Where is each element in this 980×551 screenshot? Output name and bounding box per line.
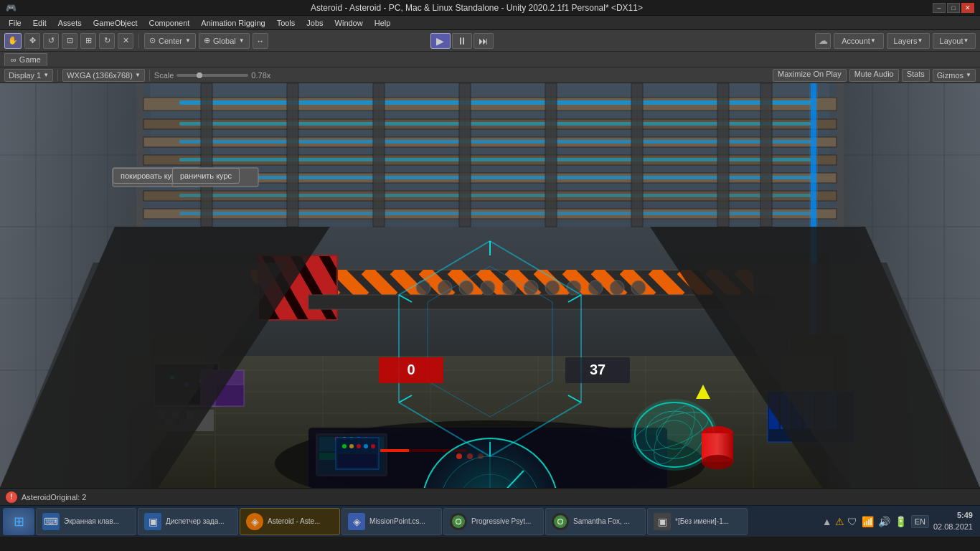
move-tool-button[interactable]: ✥ — [24, 33, 40, 49]
menu-component[interactable]: Component — [143, 17, 195, 29]
custom-tool-button[interactable]: ✕ — [118, 33, 133, 49]
notify-area: ▲ ⚠ 🛡 — [822, 516, 857, 527]
game-view: 0 37 — [0, 83, 980, 488]
scale-tool-button[interactable]: ⊡ — [62, 33, 77, 49]
vscode-label: MissionPoint.cs... — [369, 517, 425, 525]
rect-tool-button[interactable]: ⊞ — [80, 33, 96, 49]
pivot-chevron-icon: ▼ — [185, 37, 191, 44]
maximize-button[interactable]: □ — [947, 3, 960, 13]
volume-icon[interactable]: 🔊 — [878, 516, 890, 527]
taskbar-item-keyboard[interactable]: ⌨ Экранная клав... — [36, 508, 136, 535]
resolution-dropdown[interactable]: WXGA (980x551) ▼ — [62, 69, 145, 82]
taskbar-item-taskmgr[interactable]: ▣ Диспетчер зада... — [138, 508, 238, 535]
battery-icon: 🔋 — [895, 516, 907, 527]
layout-chevron-icon: ▼ — [963, 37, 969, 44]
svg-point-185 — [364, 444, 368, 448]
language-button[interactable]: EN — [911, 515, 929, 528]
svg-text:37: 37 — [590, 362, 606, 377]
menu-tools[interactable]: Tools — [271, 17, 301, 29]
hand-tool-button[interactable]: ✋ — [4, 33, 22, 49]
transform-tool-button[interactable]: ↻ — [99, 33, 115, 49]
game-tab-bar: ∞ Game — [0, 52, 980, 67]
mute-audio-button[interactable]: Mute Audio — [849, 69, 899, 82]
menu-bar: File Edit Assets GameObject Component An… — [0, 16, 980, 30]
menu-file[interactable]: File — [3, 17, 27, 29]
game-tab[interactable]: ∞ Game — [4, 53, 47, 66]
toolbar-right: ☁ Account ▼ Layers ▼ Layout ▼ — [815, 33, 976, 49]
snap-button[interactable]: ↔ — [253, 33, 268, 49]
svg-rect-33 — [201, 83, 212, 227]
taskbar-item-notepad[interactable]: ▣ *[Без имени]-1... — [647, 508, 748, 535]
clock[interactable]: 5:49 02.08.2021 — [933, 510, 973, 532]
menu-edit[interactable]: Edit — [27, 17, 52, 29]
space-icon: ⊕ — [204, 36, 210, 45]
minimize-button[interactable]: – — [933, 3, 946, 13]
taskmgr-icon: ▣ — [144, 513, 161, 530]
play-controls: ▶ ⏸ ⏭ — [430, 33, 494, 49]
game-tab-icon: ∞ — [11, 55, 17, 64]
account-button[interactable]: Account ▼ — [834, 33, 884, 49]
rotate-tool-button[interactable]: ↺ — [43, 33, 59, 49]
menu-gameobject[interactable]: GameObject — [88, 17, 143, 29]
chrome1-icon — [450, 513, 467, 530]
maximize-on-play-button[interactable]: Maximize On Play — [773, 69, 847, 82]
play-button[interactable]: ▶ — [430, 33, 451, 49]
start-button[interactable]: ⊞ — [3, 508, 34, 535]
space-dropdown[interactable]: ⊕ Global ▼ — [199, 33, 250, 49]
tray-expand-icon[interactable]: ▲ — [822, 516, 832, 527]
account-label: Account — [842, 37, 870, 45]
display-dropdown[interactable]: Display 1 ▼ — [4, 69, 53, 82]
menu-help[interactable]: Help — [369, 17, 397, 29]
taskbar-item-vscode[interactable]: ◈ MissionPoint.cs... — [341, 508, 442, 535]
close-button[interactable]: ✕ — [961, 3, 974, 13]
keyboard-app-icon: ⌨ — [42, 513, 60, 530]
gt-sep-2 — [149, 70, 150, 81]
svg-rect-32 — [143, 83, 837, 227]
account-chevron-icon: ▼ — [870, 37, 876, 44]
vscode-icon: ◈ — [348, 513, 365, 530]
menu-animation-rigging[interactable]: Animation Rigging — [195, 17, 270, 29]
svg-point-189 — [456, 519, 461, 524]
menu-assets[interactable]: Assets — [52, 17, 88, 29]
svg-point-192 — [558, 519, 562, 524]
keyboard-app-label: Экранная клав... — [64, 517, 119, 525]
taskbar-item-unity[interactable]: ◈ Asteroid - Aste... — [240, 508, 340, 535]
layout-button[interactable]: Layout ▼ — [933, 33, 976, 49]
collab-button[interactable]: ☁ — [815, 33, 831, 49]
stats-button[interactable]: Stats — [902, 69, 930, 82]
gizmos-dropdown[interactable]: Gizmos ▼ — [933, 69, 976, 82]
layout-label: Layout — [940, 37, 963, 45]
pivot-dropdown[interactable]: ⊙ Center ▼ — [144, 33, 196, 49]
svg-point-182 — [342, 444, 347, 448]
pivot-label: Center — [159, 37, 182, 45]
popup-button-2[interactable]: раничить курс — [172, 168, 240, 184]
taskbar-item-chrome2[interactable]: Samantha Fox, ... — [545, 508, 646, 535]
title-text: Asteroid - Asteroid - PC, Mac & Linux St… — [311, 3, 643, 13]
scale-slider[interactable] — [176, 74, 248, 77]
gizmos-label: Gizmos — [937, 71, 963, 80]
start-icon: ⊞ — [14, 514, 24, 529]
menu-window[interactable]: Window — [329, 17, 369, 29]
pause-button[interactable]: ⏸ — [452, 33, 472, 49]
svg-rect-38 — [631, 83, 643, 227]
svg-text:0: 0 — [407, 362, 415, 377]
scale-label: Scale — [154, 71, 174, 80]
step-button[interactable]: ⏭ — [473, 33, 494, 49]
notepad-icon: ▣ — [654, 513, 671, 530]
svg-rect-36 — [459, 83, 471, 227]
layers-button[interactable]: Layers ▼ — [887, 33, 930, 49]
game-toolbar: Display 1 ▼ WXGA (980x551) ▼ Scale 0.78… — [0, 67, 980, 83]
display-chevron-icon: ▼ — [43, 72, 49, 78]
status-error-icon: ! — [6, 491, 17, 503]
svg-rect-39 — [717, 83, 729, 227]
svg-point-173 — [702, 455, 733, 469]
network-icon: 📶 — [862, 516, 874, 527]
svg-rect-40 — [760, 83, 772, 227]
status-bar: ! AsteroidOriginal: 2 — [0, 488, 980, 505]
svg-rect-34 — [287, 83, 298, 227]
taskbar-item-chrome1[interactable]: Progressive Psyt... — [443, 508, 544, 535]
menu-jobs[interactable]: Jobs — [301, 17, 329, 29]
taskbar: ⊞ ⌨ Экранная клав... ▣ Диспетчер зада...… — [0, 505, 980, 537]
svg-point-186 — [371, 444, 375, 448]
layers-label: Layers — [894, 37, 918, 45]
